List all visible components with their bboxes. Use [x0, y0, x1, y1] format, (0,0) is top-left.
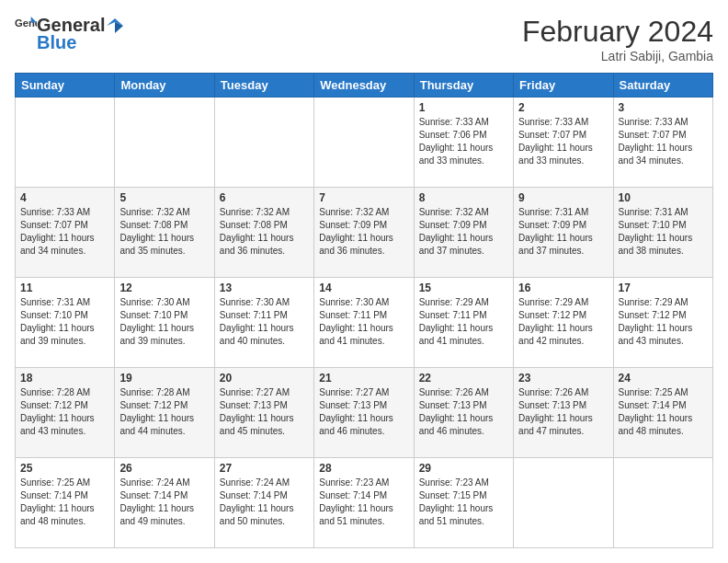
calendar-title: February 2024 — [123, 15, 713, 49]
col-wednesday: Wednesday — [314, 74, 414, 98]
day-info: Sunrise: 7:29 AMSunset: 7:11 PMDaylight:… — [419, 296, 508, 348]
day-info: Sunrise: 7:26 AMSunset: 7:13 PMDaylight:… — [518, 386, 608, 438]
table-row: 7Sunrise: 7:32 AMSunset: 7:09 PMDaylight… — [314, 188, 414, 278]
calendar-table: Sunday Monday Tuesday Wednesday Thursday… — [15, 73, 713, 548]
table-row — [214, 98, 313, 188]
table-row: 9Sunrise: 7:31 AMSunset: 7:09 PMDaylight… — [514, 188, 613, 278]
calendar-week-row: 4Sunrise: 7:33 AMSunset: 7:07 PMDaylight… — [16, 188, 713, 278]
title-area: February 2024 Latri Sabiji, Gambia — [123, 15, 713, 63]
logo-icon: General — [15, 15, 37, 33]
logo-blue: Blue — [37, 32, 76, 53]
day-info: Sunrise: 7:26 AMSunset: 7:13 PMDaylight:… — [419, 386, 508, 438]
day-number: 17 — [619, 282, 708, 294]
day-number: 9 — [518, 191, 608, 204]
table-row: 5Sunrise: 7:32 AMSunset: 7:08 PMDaylight… — [115, 188, 214, 278]
day-info: Sunrise: 7:25 AMSunset: 7:14 PMDaylight:… — [619, 386, 708, 438]
day-number: 27 — [220, 462, 309, 475]
day-info: Sunrise: 7:32 AMSunset: 7:08 PMDaylight:… — [119, 206, 209, 258]
day-info: Sunrise: 7:23 AMSunset: 7:15 PMDaylight:… — [419, 477, 508, 528]
day-info: Sunrise: 7:27 AMSunset: 7:13 PMDaylight:… — [319, 386, 408, 438]
day-number: 3 — [619, 101, 708, 114]
day-info: Sunrise: 7:27 AMSunset: 7:13 PMDaylight:… — [220, 386, 309, 438]
table-row: 12Sunrise: 7:30 AMSunset: 7:10 PMDayligh… — [115, 278, 214, 368]
table-row: 15Sunrise: 7:29 AMSunset: 7:11 PMDayligh… — [414, 278, 513, 368]
day-number: 28 — [319, 462, 408, 475]
day-number: 20 — [220, 372, 309, 385]
day-number: 13 — [220, 282, 309, 294]
calendar-week-row: 1Sunrise: 7:33 AMSunset: 7:06 PMDaylight… — [16, 98, 713, 188]
day-info: Sunrise: 7:32 AMSunset: 7:08 PMDaylight:… — [220, 206, 309, 258]
day-info: Sunrise: 7:29 AMSunset: 7:12 PMDaylight:… — [619, 296, 708, 348]
day-info: Sunrise: 7:29 AMSunset: 7:12 PMDaylight:… — [518, 296, 608, 348]
day-info: Sunrise: 7:25 AMSunset: 7:14 PMDaylight:… — [20, 477, 109, 528]
logo-wordmark: General Blue — [37, 15, 123, 53]
day-number: 6 — [220, 191, 309, 204]
table-row: 20Sunrise: 7:27 AMSunset: 7:13 PMDayligh… — [214, 368, 313, 458]
table-row: 2Sunrise: 7:33 AMSunset: 7:07 PMDaylight… — [514, 98, 613, 188]
table-row: 26Sunrise: 7:24 AMSunset: 7:14 PMDayligh… — [115, 458, 214, 548]
table-row: 18Sunrise: 7:28 AMSunset: 7:12 PMDayligh… — [16, 368, 115, 458]
table-row: 8Sunrise: 7:32 AMSunset: 7:09 PMDaylight… — [414, 188, 513, 278]
day-number: 21 — [319, 372, 408, 385]
header: General General Blue February 2024 Latri… — [15, 15, 713, 63]
day-number: 12 — [119, 282, 209, 294]
day-info: Sunrise: 7:30 AMSunset: 7:11 PMDaylight:… — [220, 296, 309, 348]
calendar-week-row: 18Sunrise: 7:28 AMSunset: 7:12 PMDayligh… — [16, 368, 713, 458]
table-row — [115, 98, 214, 188]
table-row: 17Sunrise: 7:29 AMSunset: 7:12 PMDayligh… — [613, 278, 712, 368]
table-row: 19Sunrise: 7:28 AMSunset: 7:12 PMDayligh… — [115, 368, 214, 458]
day-number: 29 — [419, 462, 508, 475]
day-number: 11 — [20, 282, 109, 294]
day-number: 5 — [119, 191, 209, 204]
logo: General — [15, 15, 37, 33]
table-row — [613, 458, 712, 548]
table-row: 3Sunrise: 7:33 AMSunset: 7:07 PMDaylight… — [613, 98, 712, 188]
day-number: 23 — [518, 372, 608, 385]
day-number: 8 — [419, 191, 508, 204]
table-row: 28Sunrise: 7:23 AMSunset: 7:14 PMDayligh… — [314, 458, 414, 548]
day-info: Sunrise: 7:28 AMSunset: 7:12 PMDaylight:… — [119, 386, 209, 438]
table-row: 25Sunrise: 7:25 AMSunset: 7:14 PMDayligh… — [16, 458, 115, 548]
col-thursday: Thursday — [414, 74, 513, 98]
day-info: Sunrise: 7:32 AMSunset: 7:09 PMDaylight:… — [319, 206, 408, 258]
table-row — [16, 98, 115, 188]
day-info: Sunrise: 7:33 AMSunset: 7:06 PMDaylight:… — [419, 116, 508, 167]
day-number: 26 — [119, 462, 209, 475]
day-number: 10 — [619, 191, 708, 204]
day-number: 2 — [518, 101, 608, 114]
table-row: 13Sunrise: 7:30 AMSunset: 7:11 PMDayligh… — [214, 278, 313, 368]
calendar-week-row: 25Sunrise: 7:25 AMSunset: 7:14 PMDayligh… — [16, 458, 713, 548]
calendar-header-row: Sunday Monday Tuesday Wednesday Thursday… — [16, 74, 713, 98]
table-row: 4Sunrise: 7:33 AMSunset: 7:07 PMDaylight… — [16, 188, 115, 278]
day-number: 14 — [319, 282, 408, 294]
col-monday: Monday — [115, 74, 214, 98]
day-number: 15 — [419, 282, 508, 294]
day-number: 7 — [319, 191, 408, 204]
day-info: Sunrise: 7:30 AMSunset: 7:10 PMDaylight:… — [119, 296, 209, 348]
col-saturday: Saturday — [613, 74, 712, 98]
day-number: 25 — [20, 462, 109, 475]
day-number: 1 — [419, 101, 508, 114]
table-row: 14Sunrise: 7:30 AMSunset: 7:11 PMDayligh… — [314, 278, 414, 368]
table-row: 27Sunrise: 7:24 AMSunset: 7:14 PMDayligh… — [214, 458, 313, 548]
logo-bird-icon — [107, 18, 123, 33]
day-number: 19 — [119, 372, 209, 385]
day-number: 4 — [20, 191, 109, 204]
table-row: 10Sunrise: 7:31 AMSunset: 7:10 PMDayligh… — [613, 188, 712, 278]
day-info: Sunrise: 7:23 AMSunset: 7:14 PMDaylight:… — [319, 477, 408, 528]
table-row: 11Sunrise: 7:31 AMSunset: 7:10 PMDayligh… — [16, 278, 115, 368]
day-number: 18 — [20, 372, 109, 385]
col-friday: Friday — [514, 74, 613, 98]
day-info: Sunrise: 7:31 AMSunset: 7:10 PMDaylight:… — [619, 206, 708, 258]
table-row: 16Sunrise: 7:29 AMSunset: 7:12 PMDayligh… — [514, 278, 613, 368]
table-row: 23Sunrise: 7:26 AMSunset: 7:13 PMDayligh… — [514, 368, 613, 458]
day-info: Sunrise: 7:31 AMSunset: 7:10 PMDaylight:… — [20, 296, 109, 348]
day-info: Sunrise: 7:24 AMSunset: 7:14 PMDaylight:… — [220, 477, 309, 528]
day-info: Sunrise: 7:31 AMSunset: 7:09 PMDaylight:… — [518, 206, 608, 258]
day-number: 22 — [419, 372, 508, 385]
table-row: 6Sunrise: 7:32 AMSunset: 7:08 PMDaylight… — [214, 188, 313, 278]
calendar-week-row: 11Sunrise: 7:31 AMSunset: 7:10 PMDayligh… — [16, 278, 713, 368]
day-number: 24 — [619, 372, 708, 385]
day-info: Sunrise: 7:24 AMSunset: 7:14 PMDaylight:… — [119, 477, 209, 528]
table-row: 21Sunrise: 7:27 AMSunset: 7:13 PMDayligh… — [314, 368, 414, 458]
